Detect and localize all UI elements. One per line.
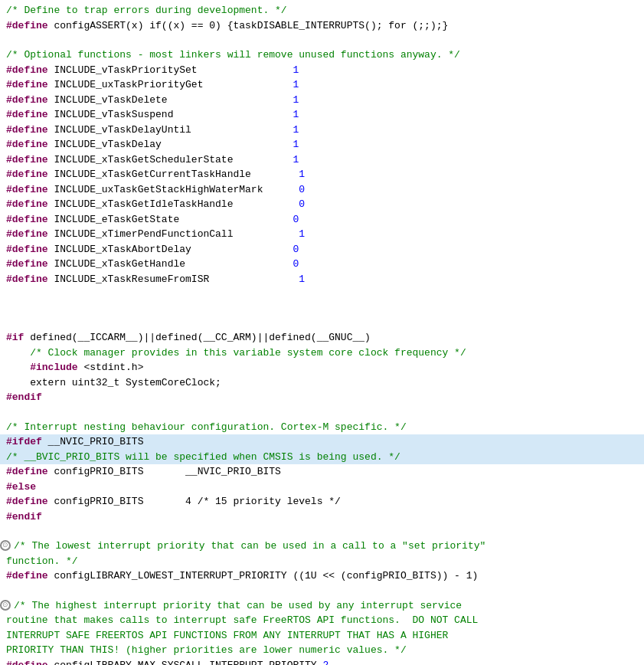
line-indicator: ⊙ (0, 540, 11, 551)
line-text: #endif (6, 509, 638, 525)
code-line: #define INCLUDE_xTaskResumeFromISR 1 (0, 272, 644, 287)
line-text: #define configLIBRARY_MAX_SYSCALL_INTERR… (6, 658, 638, 666)
code-line: #define configASSERT(x) if((x) == 0) {ta… (0, 18, 644, 34)
code-line: #define INCLUDE_vTaskDelayUntil 1 (0, 123, 644, 138)
code-line: #define INCLUDE_xTaskAbortDelay 0 (0, 242, 644, 257)
code-line: #define configPRIO_BITS __NVIC_PRIO_BITS (0, 464, 644, 480)
code-line: #define INCLUDE_uxTaskPriorityGet 1 (0, 77, 644, 93)
line-text: #else (6, 480, 638, 495)
code-line: #define INCLUDE_vTaskDelay 1 (0, 137, 644, 152)
code-line: #define INCLUDE_xTaskGetHandle 0 (0, 257, 644, 272)
line-text: /* Define to trap errors during developm… (6, 3, 638, 18)
code-line: /* Interrupt nesting behaviour configura… (0, 420, 644, 435)
code-line: #define INCLUDE_vTaskPrioritySet 1 (0, 63, 644, 78)
line-text: #define INCLUDE_xTimerPendFunctionCall 1 (6, 227, 638, 242)
line-text: #define INCLUDE_vTaskDelay 1 (6, 137, 638, 152)
line-text: #define INCLUDE_xTaskGetCurrentTaskHandl… (6, 167, 638, 182)
line-text: #endif (6, 390, 638, 405)
line-text: /* __BVIC_PRIO_BITS will be specified wh… (6, 450, 638, 465)
line-text: function. */ (6, 554, 638, 569)
code-line: PRIORITY THAN THIS! (higher priorities a… (0, 643, 644, 658)
code-line (0, 287, 644, 301)
code-line: #endif (0, 509, 644, 525)
code-line: /* __BVIC_PRIO_BITS will be specified wh… (0, 450, 644, 465)
code-line (0, 33, 644, 48)
line-text: PRIORITY THAN THIS! (higher priorities a… (6, 643, 638, 658)
code-line: /* Optional functions - most linkers wil… (0, 48, 644, 63)
code-line: ⊙/* The lowest interrupt priority that c… (0, 539, 644, 554)
line-text: /* Interrupt nesting behaviour configura… (6, 420, 638, 435)
code-line: #else (0, 480, 644, 495)
line-indicator: ⊙ (0, 600, 11, 611)
line-text: INTERRUPT SAFE FREERTOS API FUNCTIONS FR… (6, 628, 638, 644)
code-line: #include <stdint.h> (0, 360, 644, 375)
code-line: routine that makes calls to interrupt sa… (0, 613, 644, 628)
line-text: /* Optional functions - most linkers wil… (6, 48, 638, 63)
code-line: #define INCLUDE_xTaskGetSchedulerState 1 (0, 152, 644, 168)
code-line: ⊙/* The highest interrupt priority that … (0, 598, 644, 614)
code-line: #ifdef __NVIC_PRIO_BITS (0, 434, 644, 450)
code-line: /* Define to trap errors during developm… (0, 3, 644, 18)
line-text: #define INCLUDE_vTaskDelayUntil 1 (6, 123, 638, 138)
code-editor: /* Define to trap errors during developm… (0, 0, 644, 665)
line-text: /* The highest interrupt priority that c… (14, 598, 638, 614)
line-text: #include <stdint.h> (6, 360, 638, 375)
code-line: #if defined(__ICCARM__)||defined(__CC_AR… (0, 330, 644, 346)
line-text: extern uint32_t SystemCoreClock; (6, 375, 638, 391)
line-text: #define INCLUDE_xTaskGetIdleTaskHandle 0 (6, 197, 638, 212)
code-line: #define INCLUDE_xTimerPendFunctionCall 1 (0, 227, 644, 242)
line-text: #define INCLUDE_vTaskDelete 1 (6, 93, 638, 108)
code-line: function. */ (0, 554, 644, 569)
line-text: #define configPRIO_BITS __NVIC_PRIO_BITS (6, 464, 638, 480)
line-text: /* The lowest interrupt priority that ca… (14, 539, 638, 554)
line-text: #define INCLUDE_uxTaskGetStackHighWaterM… (6, 182, 638, 198)
line-text: #define INCLUDE_uxTaskPriorityGet 1 (6, 77, 638, 93)
line-text: #define INCLUDE_vTaskSuspend 1 (6, 107, 638, 123)
line-text: #define configPRIO_BITS 4 /* 15 priority… (6, 494, 638, 509)
line-text: #define configASSERT(x) if((x) == 0) {ta… (6, 18, 638, 34)
code-line: #define configLIBRARY_LOWEST_INTERRUPT_P… (0, 568, 644, 584)
line-text: #ifdef __NVIC_PRIO_BITS (6, 434, 638, 450)
line-text: #define INCLUDE_vTaskPrioritySet 1 (6, 63, 638, 78)
line-text: #define INCLUDE_eTaskGetState 0 (6, 212, 638, 228)
line-text: routine that makes calls to interrupt sa… (6, 613, 638, 628)
code-line (0, 584, 644, 598)
code-line: #define INCLUDE_eTaskGetState 0 (0, 212, 644, 228)
code-line (0, 316, 644, 330)
code-line: #define configPRIO_BITS 4 /* 15 priority… (0, 494, 644, 509)
code-line (0, 524, 644, 539)
line-text: #define INCLUDE_xTaskResumeFromISR 1 (6, 272, 638, 287)
code-line: extern uint32_t SystemCoreClock; (0, 375, 644, 391)
line-text: #if defined(__ICCARM__)||defined(__CC_AR… (6, 330, 638, 346)
code-line: /* Clock manager provides in this variab… (0, 346, 644, 361)
line-text: #define INCLUDE_xTaskGetSchedulerState 1 (6, 152, 638, 168)
line-text: /* Clock manager provides in this variab… (6, 346, 638, 361)
code-line (0, 405, 644, 420)
code-line: #endif (0, 390, 644, 405)
line-text: #define INCLUDE_xTaskGetHandle 0 (6, 257, 638, 272)
code-line: #define configLIBRARY_MAX_SYSCALL_INTERR… (0, 658, 644, 666)
code-line: INTERRUPT SAFE FREERTOS API FUNCTIONS FR… (0, 628, 644, 644)
code-line: #define INCLUDE_uxTaskGetStackHighWaterM… (0, 182, 644, 198)
line-text: #define configLIBRARY_LOWEST_INTERRUPT_P… (6, 568, 638, 584)
code-line (0, 301, 644, 316)
line-text: #define INCLUDE_xTaskAbortDelay 0 (6, 242, 638, 257)
code-line: #define INCLUDE_vTaskSuspend 1 (0, 107, 644, 123)
code-line: #define INCLUDE_vTaskDelete 1 (0, 93, 644, 108)
code-line: #define INCLUDE_xTaskGetIdleTaskHandle 0 (0, 197, 644, 212)
code-line: #define INCLUDE_xTaskGetCurrentTaskHandl… (0, 167, 644, 182)
